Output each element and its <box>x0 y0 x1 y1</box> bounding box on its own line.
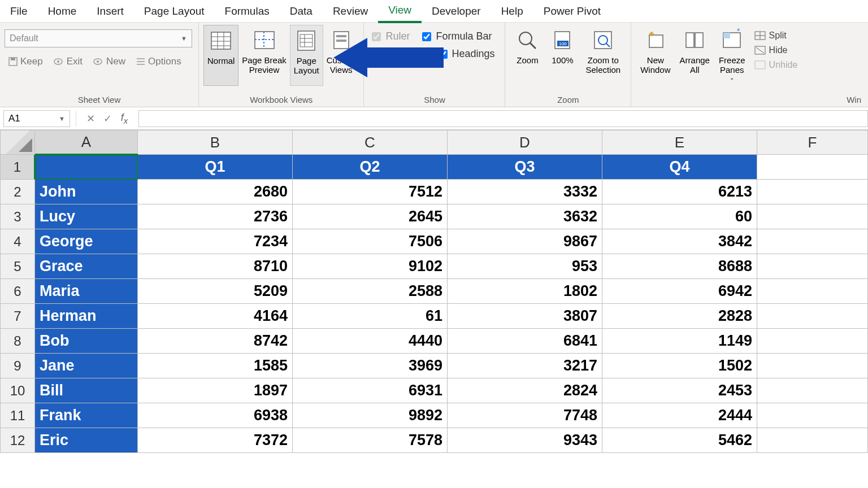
cell-E10[interactable]: 2453 <box>602 378 757 403</box>
arrange-all-button[interactable]: Arrange All <box>675 25 714 86</box>
cell-B3[interactable]: 2736 <box>138 204 293 229</box>
cell-E9[interactable]: 1502 <box>602 354 757 378</box>
cell-A3[interactable]: Lucy <box>35 204 138 229</box>
col-header-D[interactable]: D <box>448 130 602 155</box>
name-box[interactable]: A1 ▼ <box>3 110 70 127</box>
cell-B9[interactable]: 1585 <box>138 354 293 378</box>
col-header-A[interactable]: A <box>35 130 138 155</box>
cell-A9[interactable]: Jane <box>35 354 138 378</box>
cell-D8[interactable]: 6841 <box>448 329 602 354</box>
cell-D10[interactable]: 2824 <box>448 378 602 403</box>
unhide-button[interactable]: Unhide <box>752 59 800 71</box>
tab-view[interactable]: View <box>378 0 422 23</box>
cell-C3[interactable]: 2645 <box>293 204 448 229</box>
cell-D6[interactable]: 1802 <box>448 279 602 304</box>
options-button[interactable]: Options <box>132 54 185 69</box>
col-header-F[interactable]: F <box>757 130 868 155</box>
cell-F1[interactable] <box>757 155 868 180</box>
cell-D4[interactable]: 9867 <box>448 229 602 254</box>
cell-E3[interactable]: 60 <box>602 204 757 229</box>
hide-button[interactable]: Hide <box>752 44 800 56</box>
cell-E5[interactable]: 8688 <box>602 254 757 279</box>
tab-help[interactable]: Help <box>491 1 533 22</box>
col-header-B[interactable]: B <box>138 130 293 155</box>
row-header-8[interactable]: 8 <box>0 329 35 354</box>
col-header-E[interactable]: E <box>602 130 757 155</box>
tab-formulas[interactable]: Formulas <box>215 1 280 22</box>
tab-review[interactable]: Review <box>323 1 378 22</box>
cell-F4[interactable] <box>757 229 868 254</box>
row-header-4[interactable]: 4 <box>0 229 35 254</box>
cell-D9[interactable]: 3217 <box>448 354 602 378</box>
page-break-button[interactable]: Page Break Preview <box>238 25 289 86</box>
cell-D11[interactable]: 7748 <box>448 403 602 428</box>
cell-A8[interactable]: Bob <box>35 329 138 354</box>
cell-C7[interactable]: 61 <box>293 304 448 329</box>
cell-D5[interactable]: 953 <box>448 254 602 279</box>
cell-E4[interactable]: 3842 <box>602 229 757 254</box>
cell-A1[interactable] <box>35 155 138 180</box>
cell-C12[interactable]: 7578 <box>293 428 448 453</box>
cell-C11[interactable]: 9892 <box>293 403 448 428</box>
cell-F5[interactable] <box>757 254 868 279</box>
sheet-view-select[interactable]: Default ▼ <box>5 29 192 47</box>
cell-C6[interactable]: 2588 <box>293 279 448 304</box>
cell-C8[interactable]: 4440 <box>293 329 448 354</box>
row-header-7[interactable]: 7 <box>0 304 35 329</box>
cell-A12[interactable]: Eric <box>35 428 138 453</box>
cell-B8[interactable]: 8742 <box>138 329 293 354</box>
cell-E6[interactable]: 6942 <box>602 279 757 304</box>
cell-B12[interactable]: 7372 <box>138 428 293 453</box>
select-all-corner[interactable] <box>0 130 35 155</box>
cell-D7[interactable]: 3807 <box>448 304 602 329</box>
tab-power-pivot[interactable]: Power Pivot <box>533 1 611 22</box>
cell-B1[interactable]: Q1 <box>138 155 293 180</box>
row-header-11[interactable]: 11 <box>0 403 35 428</box>
cancel-formula-button[interactable]: ✕ <box>82 112 99 125</box>
cell-F11[interactable] <box>757 403 868 428</box>
cell-E1[interactable]: Q4 <box>602 155 757 180</box>
cell-B4[interactable]: 7234 <box>138 229 293 254</box>
cell-A6[interactable]: Maria <box>35 279 138 304</box>
freeze-panes-button[interactable]: * Freeze Panes ⌄ <box>714 25 750 86</box>
cell-F12[interactable] <box>757 428 868 453</box>
cell-B7[interactable]: 4164 <box>138 304 293 329</box>
new-window-button[interactable]: New Window <box>636 25 675 86</box>
chevron-down-icon[interactable]: ▼ <box>59 115 65 122</box>
cell-B11[interactable]: 6938 <box>138 403 293 428</box>
row-header-6[interactable]: 6 <box>0 279 35 304</box>
tab-developer[interactable]: Developer <box>422 1 491 22</box>
row-header-10[interactable]: 10 <box>0 378 35 403</box>
cell-A4[interactable]: George <box>35 229 138 254</box>
cell-F9[interactable] <box>757 354 868 378</box>
cell-F3[interactable] <box>757 204 868 229</box>
exit-button[interactable]: Exit <box>50 54 86 69</box>
page-layout-button[interactable]: Page Layout <box>290 25 323 86</box>
cell-D3[interactable]: 3632 <box>448 204 602 229</box>
cell-A11[interactable]: Frank <box>35 403 138 428</box>
cell-A5[interactable]: Grace <box>35 254 138 279</box>
tab-insert[interactable]: Insert <box>86 1 134 22</box>
cell-E12[interactable]: 5462 <box>602 428 757 453</box>
cell-B2[interactable]: 2680 <box>138 180 293 204</box>
tab-home[interactable]: Home <box>38 1 87 22</box>
cell-E11[interactable]: 2444 <box>602 403 757 428</box>
tab-data[interactable]: Data <box>280 1 323 22</box>
cell-C2[interactable]: 7512 <box>293 180 448 204</box>
cell-A10[interactable]: Bill <box>35 378 138 403</box>
tab-page-layout[interactable]: Page Layout <box>134 1 215 22</box>
zoom-button[interactable]: Zoom <box>510 25 545 86</box>
cell-D1[interactable]: Q3 <box>448 155 602 180</box>
cell-A2[interactable]: John <box>35 180 138 204</box>
cell-B5[interactable]: 8710 <box>138 254 293 279</box>
cell-E2[interactable]: 6213 <box>602 180 757 204</box>
row-header-1[interactable]: 1 <box>0 155 35 180</box>
enter-formula-button[interactable]: ✓ <box>99 112 116 125</box>
new-button[interactable]: New <box>89 54 129 69</box>
formula-input[interactable] <box>138 110 868 127</box>
cell-E7[interactable]: 2828 <box>602 304 757 329</box>
cell-C4[interactable]: 7506 <box>293 229 448 254</box>
col-header-C[interactable]: C <box>293 130 448 155</box>
cell-E8[interactable]: 1149 <box>602 329 757 354</box>
cell-F2[interactable] <box>757 180 868 204</box>
